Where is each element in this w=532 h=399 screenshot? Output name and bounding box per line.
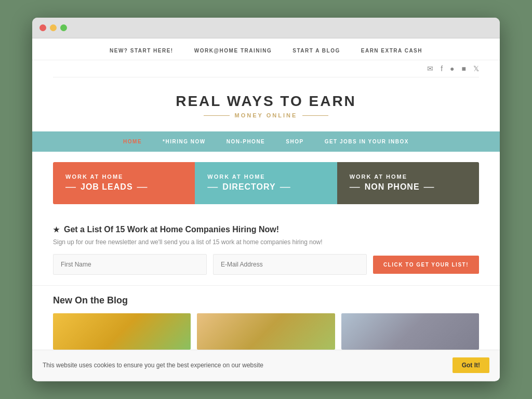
feature-box-job-leads[interactable]: WORK AT HOME — JOB LEADS — xyxy=(53,162,195,204)
newsletter-headline-text: Get a List Of 15 Work at Home Companies … xyxy=(64,225,279,234)
site-subtitle-container: MONEY ONLINE xyxy=(32,112,500,118)
main-nav-hiring[interactable]: *HIRING NOW xyxy=(163,139,206,144)
feature-box-directory[interactable]: WORK AT HOME — DIRECTORY — xyxy=(195,162,337,204)
main-nav-shop[interactable]: SHOP xyxy=(286,139,303,144)
main-nav-jobs-inbox[interactable]: GET JOBS IN YOUR INBOX xyxy=(325,139,409,144)
main-nav: HOME *HIRING NOW NON-PHONE SHOP GET JOBS… xyxy=(32,131,500,152)
dash-right-3: — xyxy=(424,181,435,193)
close-button[interactable] xyxy=(39,24,46,31)
feature-box-non-phone-bottom: — NON PHONE — xyxy=(350,181,467,193)
nav-item-start-here[interactable]: NEW? START HERE! xyxy=(110,48,174,54)
browser-window: NEW? START HERE! WORK@HOME TRAINING STAR… xyxy=(32,18,500,381)
blog-thumb-3[interactable] xyxy=(341,313,479,350)
newsletter-headline: ★ Get a List Of 15 Work at Home Companie… xyxy=(53,225,479,234)
feature-box-directory-top: WORK AT HOME xyxy=(207,174,324,180)
dash-left-1: — xyxy=(65,181,76,193)
star-icon: ★ xyxy=(53,225,60,234)
blog-section-title: New On the Blog xyxy=(53,295,479,306)
top-nav: NEW? START HERE! WORK@HOME TRAINING STAR… xyxy=(32,38,500,60)
blog-thumb-2[interactable] xyxy=(197,313,335,350)
dash-left-3: — xyxy=(350,181,361,193)
newsletter-subtext: Sign up for our free newsletter and we'l… xyxy=(53,238,479,246)
minimize-button[interactable] xyxy=(50,24,57,31)
first-name-input[interactable] xyxy=(53,254,207,275)
email-input[interactable] xyxy=(213,254,367,275)
get-list-button[interactable]: CLICK TO GET YOUR LIST! xyxy=(373,256,479,274)
feature-box-job-leads-bottom: — JOB LEADS — xyxy=(65,181,182,193)
feature-box-non-phone[interactable]: WORK AT HOME — NON PHONE — xyxy=(337,162,479,204)
feature-box-job-leads-label: JOB LEADS xyxy=(81,182,133,192)
maximize-button[interactable] xyxy=(60,24,67,31)
feature-box-directory-label: DIRECTORY xyxy=(222,182,275,192)
facebook-icon[interactable]: f xyxy=(441,64,443,73)
nav-item-earn-cash[interactable]: EARN EXTRA CASH xyxy=(361,48,422,54)
subtitle-line-right xyxy=(302,115,328,116)
site-title: REAL WAYS TO EARN xyxy=(32,93,500,110)
browser-chrome xyxy=(32,18,500,38)
newsletter-form: CLICK TO GET YOUR LIST! xyxy=(53,254,479,275)
main-nav-non-phone[interactable]: NON-PHONE xyxy=(227,139,265,144)
rss-icon[interactable]: ■ xyxy=(462,64,466,73)
dash-left-2: — xyxy=(207,181,218,193)
browser-content: NEW? START HERE! WORK@HOME TRAINING STAR… xyxy=(32,38,500,380)
subtitle-line-left xyxy=(204,115,230,116)
feature-box-job-leads-top: WORK AT HOME xyxy=(65,174,182,180)
main-nav-home[interactable]: HOME xyxy=(123,139,142,144)
pinterest-icon[interactable]: ● xyxy=(450,64,454,73)
blog-section: New On the Blog xyxy=(32,286,500,350)
feature-box-non-phone-top: WORK AT HOME xyxy=(350,174,467,180)
feature-boxes: WORK AT HOME — JOB LEADS — WORK AT HOME … xyxy=(53,162,479,204)
site-subtitle: MONEY ONLINE xyxy=(235,112,298,118)
cookie-text: This website uses cookies to ensure you … xyxy=(43,362,263,369)
email-icon[interactable]: ✉ xyxy=(427,64,433,73)
blog-thumbnails xyxy=(53,313,479,350)
cookie-accept-button[interactable]: Got It! xyxy=(453,357,489,373)
nav-item-training[interactable]: WORK@HOME TRAINING xyxy=(194,48,272,54)
site-header: REAL WAYS TO EARN MONEY ONLINE xyxy=(32,77,500,131)
nav-item-start-blog[interactable]: START A BLOG xyxy=(292,48,340,54)
dash-right-1: — xyxy=(137,181,148,193)
newsletter-section: ★ Get a List Of 15 Work at Home Companie… xyxy=(32,215,500,286)
social-icons-bar: ✉ f ● ■ 𝕏 xyxy=(32,60,500,77)
cookie-bar: This website uses cookies to ensure you … xyxy=(32,350,500,380)
dash-right-2: — xyxy=(280,181,291,193)
feature-box-directory-bottom: — DIRECTORY — xyxy=(207,181,324,193)
feature-box-non-phone-label: NON PHONE xyxy=(365,182,420,192)
twitter-icon[interactable]: 𝕏 xyxy=(473,64,479,73)
blog-thumb-1[interactable] xyxy=(53,313,191,350)
